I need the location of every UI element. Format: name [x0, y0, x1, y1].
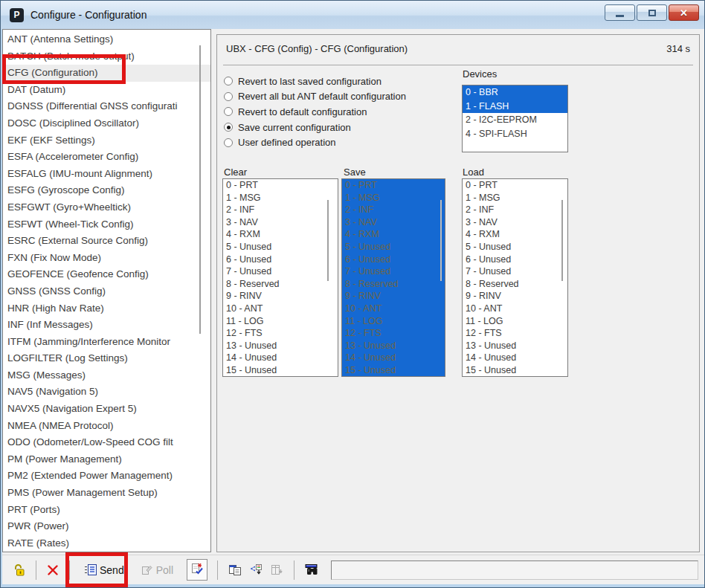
sidebar-item[interactable]: DAT (Datum)	[3, 82, 210, 99]
load-option[interactable]: 2 - INF	[463, 204, 567, 216]
transfer-config-button[interactable]	[249, 563, 263, 576]
poll-button[interactable]: Poll	[138, 561, 176, 578]
close-button[interactable]: ✕	[669, 4, 699, 21]
sidebar-item[interactable]: ESFG (Gyroscope Config)	[3, 182, 210, 199]
save-option[interactable]: 3 - NAV	[342, 216, 445, 229]
table-view-button[interactable]	[270, 563, 283, 576]
radio-option[interactable]: Revert to last saved configuration	[224, 74, 406, 89]
sidebar-item[interactable]: GEOFENCE (Geofence Config)	[3, 266, 210, 283]
radio-option[interactable]: User defined operation	[224, 135, 406, 150]
sidebar-item[interactable]: ESFALG (IMU-mount Alignment)	[3, 166, 210, 183]
save-option[interactable]: 4 - RXM	[342, 228, 445, 241]
load-option[interactable]: 1 - MSG	[463, 192, 567, 204]
save-option[interactable]: 1 - MSG	[342, 192, 445, 204]
load-option[interactable]: 5 - Unused	[463, 241, 567, 253]
load-option[interactable]: 12 - FTS	[463, 327, 567, 340]
restore-button[interactable]	[637, 4, 667, 21]
load-option[interactable]: 4 - RXM	[463, 228, 567, 241]
sidebar-item[interactable]: PMS (Power Management Setup)	[3, 485, 210, 502]
clear-option[interactable]: 6 - Unused	[223, 253, 338, 266]
load-option[interactable]: 7 - Unused	[463, 265, 567, 278]
save-option[interactable]: 11 - LOG	[342, 315, 445, 328]
clear-option[interactable]: 2 - INF	[223, 204, 338, 216]
sidebar-item[interactable]: ESFA (Accelerometer Config)	[3, 149, 210, 166]
delete-button[interactable]	[43, 561, 62, 579]
sidebar-item[interactable]: ODO (Odometer/Low-Speed COG filt	[3, 434, 210, 451]
device-option[interactable]: 2 - I2C-EEPROM	[463, 113, 567, 127]
save-option[interactable]: 2 - INF	[342, 204, 445, 216]
sidebar-item[interactable]: PM2 (Extended Power Management)	[3, 468, 210, 485]
save-option[interactable]: 14 - Unused	[342, 352, 445, 364]
radio-option[interactable]: Save current configuration	[224, 120, 406, 135]
sidebar-item[interactable]: BATCH (Batch mode output)	[3, 48, 210, 65]
find-button[interactable]	[305, 563, 320, 576]
load-option[interactable]: 8 - Reserved	[463, 278, 567, 291]
sidebar-item[interactable]: NAV5 (Navigation 5)	[3, 384, 210, 401]
clear-option[interactable]: 12 - FTS	[223, 327, 338, 340]
minimize-button[interactable]	[605, 4, 635, 21]
clear-option[interactable]: 14 - Unused	[223, 352, 338, 364]
clear-option[interactable]: 15 - Unused	[223, 364, 338, 377]
load-option[interactable]: 14 - Unused	[463, 352, 567, 364]
sidebar-item[interactable]: PWR (Power)	[3, 518, 210, 535]
clear-option[interactable]: 4 - RXM	[223, 228, 338, 241]
save-option[interactable]: 13 - Unused	[342, 340, 445, 352]
clear-option[interactable]: 1 - MSG	[223, 192, 338, 204]
sidebar-item[interactable]: FXN (Fix Now Mode)	[3, 250, 210, 267]
clear-option[interactable]: 3 - NAV	[223, 216, 338, 229]
load-option[interactable]: 9 - RINV	[463, 290, 567, 303]
radio-option[interactable]: Revert all but ANT default configuration	[224, 89, 406, 105]
sidebar-item[interactable]: HNR (High Nav Rate)	[3, 300, 210, 317]
clear-scrollbar[interactable]	[327, 200, 329, 281]
save-option[interactable]: 12 - FTS	[342, 327, 445, 340]
clear-option[interactable]: 13 - Unused	[223, 340, 338, 352]
load-listbox[interactable]: 0 - PRT1 - MSG2 - INF3 - NAV4 - RXM5 - U…	[462, 178, 568, 377]
save-option[interactable]: 0 - PRT	[342, 179, 445, 192]
titlebar[interactable]: P Configure - Configuration ✕	[1, 1, 704, 29]
sidebar-item[interactable]: ESFGWT (Gyro+Wheeltick)	[3, 199, 210, 216]
sidebar-item[interactable]: ESRC (External Source Config)	[3, 233, 210, 250]
clear-option[interactable]: 10 - ANT	[223, 303, 338, 315]
save-option[interactable]: 15 - Unused	[342, 364, 445, 377]
load-option[interactable]: 15 - Unused	[463, 364, 567, 377]
load-scrollbar[interactable]	[561, 200, 563, 281]
radio-option[interactable]: Revert to default configuration	[224, 104, 406, 120]
load-option[interactable]: 6 - Unused	[463, 253, 567, 266]
sidebar-item[interactable]: GNSS (GNSS Config)	[3, 283, 210, 300]
clear-listbox[interactable]: 0 - PRT1 - MSG2 - INF3 - NAV4 - RXM5 - U…	[222, 178, 338, 377]
sidebar-item[interactable]: PM (Power Management)	[3, 451, 210, 468]
copy-config-button[interactable]	[228, 563, 242, 576]
device-option[interactable]: 1 - FLASH	[463, 100, 567, 114]
command-input[interactable]	[331, 560, 698, 580]
load-option[interactable]: 0 - PRT	[463, 179, 567, 192]
sidebar-item[interactable]: DOSC (Disciplined Oscillator)	[3, 115, 210, 132]
send-button[interactable]: Send	[81, 561, 127, 578]
sidebar-item[interactable]: ANT (Antenna Settings)	[3, 31, 210, 48]
load-option[interactable]: 11 - LOG	[463, 315, 567, 328]
sidebar-item[interactable]: ITFM (Jamming/Interference Monitor	[3, 334, 210, 351]
clear-option[interactable]: 5 - Unused	[223, 241, 338, 253]
message-view-button[interactable]	[187, 559, 207, 581]
devices-listbox[interactable]: 0 - BBR1 - FLASH2 - I2C-EEPROM4 - SPI-FL…	[462, 85, 568, 152]
sidebar-item[interactable]: EKF (EKF Settings)	[3, 132, 210, 149]
clear-option[interactable]: 7 - Unused	[223, 265, 338, 278]
save-option[interactable]: 5 - Unused	[342, 241, 445, 253]
sidebar-item[interactable]: DGNSS (Differential GNSS configurati	[3, 98, 210, 115]
clear-option[interactable]: 8 - Reserved	[223, 278, 338, 291]
clear-option[interactable]: 0 - PRT	[223, 179, 338, 192]
sidebar-item[interactable]: LOGFILTER (Log Settings)	[3, 350, 210, 367]
load-option[interactable]: 10 - ANT	[463, 303, 567, 315]
sidebar-item[interactable]: MSG (Messages)	[3, 367, 210, 384]
device-option[interactable]: 4 - SPI-FLASH	[463, 127, 567, 141]
save-option[interactable]: 6 - Unused	[342, 253, 445, 266]
sidebar-item[interactable]: NAVX5 (Navigation Expert 5)	[3, 401, 210, 418]
clear-option[interactable]: 9 - RINV	[223, 290, 338, 303]
unlock-button[interactable]	[10, 561, 29, 579]
sidebar-item[interactable]: ESFWT (Wheel-Tick Config)	[3, 216, 210, 233]
save-listbox[interactable]: 0 - PRT1 - MSG2 - INF3 - NAV4 - RXM5 - U…	[341, 178, 445, 377]
clear-option[interactable]: 11 - LOG	[223, 315, 338, 328]
sidebar-item[interactable]: CFG (Configuration)	[3, 65, 210, 82]
sidebar-item[interactable]: NMEA (NMEA Protocol)	[3, 418, 210, 435]
save-option[interactable]: 10 - ANT	[342, 303, 445, 315]
sidebar-item[interactable]: PRT (Ports)	[3, 502, 210, 519]
